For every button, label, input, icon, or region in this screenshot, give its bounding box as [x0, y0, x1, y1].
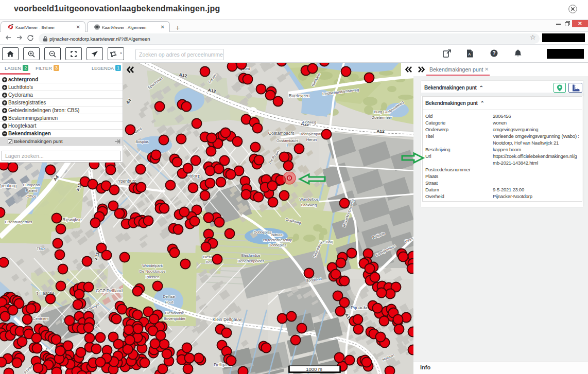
svg-text:A: A	[468, 52, 471, 57]
svg-text:Klein Delfgauw: Klein Delfgauw	[213, 317, 243, 322]
svg-text:Oostambacht: Oostambacht	[276, 138, 299, 143]
svg-text:European: European	[23, 183, 40, 187]
svg-text:Pijnacker: Pijnacker	[351, 305, 370, 310]
svg-text:Bieslandse: Bieslandse	[165, 311, 184, 315]
svg-text:Delftse: Delftse	[163, 294, 175, 299]
svg-text:Oostambacht: Oostambacht	[268, 131, 295, 136]
svg-text:1000 m: 1000 m	[306, 366, 322, 372]
svg-text:Plassen: Plassen	[145, 275, 159, 279]
svg-text:Natuur-: Natuur-	[271, 233, 284, 237]
svg-text:Wandelbos: Wandelbos	[299, 197, 319, 202]
svg-text:Centrient: Centrient	[33, 316, 49, 321]
svg-text:Dobbeplas: Dobbeplas	[269, 243, 287, 247]
svg-text:Laakweg: Laakweg	[301, 203, 317, 207]
svg-text:Office: Office	[26, 194, 37, 199]
svg-text:Bieslandse: Bieslandse	[241, 253, 260, 258]
svg-text:Ypenburg: Ypenburg	[0, 183, 16, 188]
svg-text:De Nootdorpse: De Nootdorpse	[139, 269, 165, 274]
svg-text:Roeleveen: Roeleveen	[289, 93, 310, 98]
svg-text:A12: A12	[376, 129, 385, 134]
svg-text:Heron: Heron	[306, 137, 317, 142]
svg-text:Bovenpolder: Bovenpolder	[164, 316, 186, 321]
svg-text:Benedenpolder: Benedenpolder	[237, 259, 264, 263]
svg-text:GGZ Delfland: GGZ Delfland	[96, 288, 123, 293]
svg-text:Bedrijvenpark: Bedrijvenpark	[300, 132, 324, 136]
svg-text:?: ?	[493, 50, 496, 56]
svg-text:I: I	[287, 143, 288, 148]
svg-text:Rijswijkse: Rijswijkse	[62, 217, 82, 222]
svg-text:Wandelpark: Wandelpark	[142, 263, 163, 268]
svg-text:en recreatieschap: en recreatieschap	[263, 238, 292, 242]
svg-text:Bosplas: Bosplas	[135, 139, 149, 144]
svg-text:Dobbeplas: Dobbeplas	[254, 230, 272, 235]
svg-text:TNO: TNO	[37, 246, 45, 251]
svg-text:Bos: Bos	[206, 260, 213, 264]
svg-text:Zoetermeer: Zoetermeer	[372, 115, 392, 120]
svg-text:Hout: Hout	[165, 300, 174, 305]
svg-text:Hofweg: Hofweg	[303, 120, 316, 124]
svg-text:Patent: Patent	[26, 188, 38, 193]
svg-text:Elsenburgerbos: Elsenburgerbos	[5, 220, 32, 224]
